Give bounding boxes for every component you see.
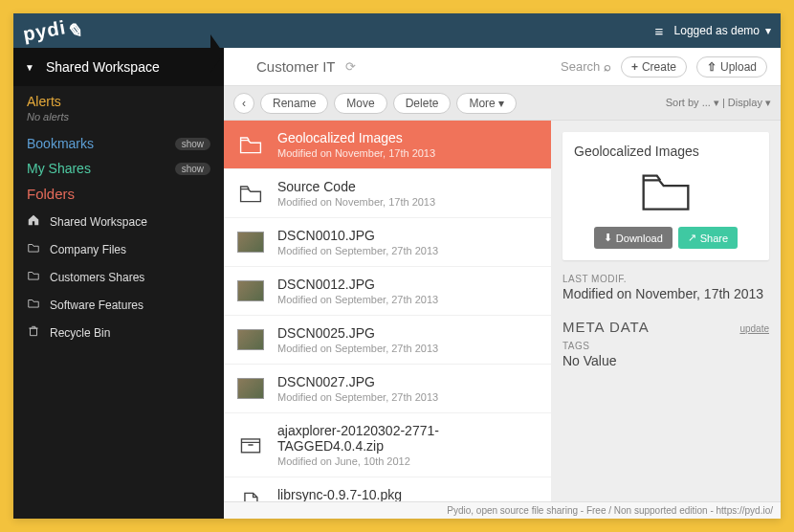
chevron-down-icon: ▾ (765, 24, 771, 37)
refresh-icon[interactable]: ⟳ (345, 59, 356, 74)
no-alerts: No alerts (13, 111, 224, 128)
alerts-label: Alerts (27, 94, 61, 109)
menu-icon (655, 23, 669, 39)
detail-card: Geolocalized Images ⬇Download ↗Share (562, 132, 769, 260)
file-list: Geolocalized ImagesModified on November,… (224, 121, 551, 501)
folder-icon (237, 180, 264, 207)
footer: Pydio, open source file sharing - Free /… (224, 501, 781, 519)
file-row[interactable]: Source CodeModified on November, 17th 20… (224, 169, 551, 218)
archive-icon (237, 432, 264, 458)
file-row[interactable]: Geolocalized ImagesModified on November,… (224, 121, 551, 169)
file-name: ajaxplorer-20120302-2771-TAGGED4.0.4.zip (277, 423, 538, 454)
workspace-switcher[interactable]: ▼ Shared Workspace (13, 48, 224, 86)
search-input[interactable]: Search ⌕ (561, 59, 611, 74)
image-thumbnail (237, 232, 264, 253)
image-thumbnail (237, 329, 264, 350)
show-button[interactable]: show (175, 163, 210, 175)
file-row[interactable]: DSCN0027.JPGModified on September, 27th … (224, 365, 551, 413)
file-name: DSCN0012.JPG (277, 277, 538, 292)
lastmodif-value: Modified on November, 17th 2013 (562, 286, 769, 301)
file-modified: Modified on September, 27th 2013 (277, 391, 538, 403)
file-name: Source Code (277, 179, 538, 194)
file-modified: Modified on September, 27th 2013 (277, 343, 538, 354)
sidebar-item-label: Company Files (50, 243, 126, 256)
display-toggle[interactable]: Display (728, 97, 762, 108)
file-row[interactable]: DSCN0012.JPGModified on September, 27th … (224, 267, 551, 316)
logo: pydi✎ (23, 19, 83, 42)
plus-icon: + (631, 60, 638, 74)
more-button[interactable]: More ▾ (456, 93, 517, 114)
file-name: DSCN0010.JPG (277, 228, 538, 243)
move-button[interactable]: Move (334, 93, 386, 114)
sidebar-item-shared-workspace[interactable]: Shared Workspace (13, 208, 224, 235)
details-panel: Geolocalized Images ⬇Download ↗Share LAS… (551, 121, 781, 501)
file-modified: Modified on November, 17th 2013 (277, 147, 538, 159)
myshares-label: My Shares (27, 161, 91, 176)
tags-label: TAGS (562, 341, 769, 351)
image-thumbnail (237, 280, 264, 301)
file-name: DSCN0025.JPG (277, 325, 538, 341)
folder-icon (237, 131, 264, 158)
rename-button[interactable]: Rename (260, 93, 328, 114)
sidebar-item-software-features[interactable]: Software Features (13, 291, 224, 319)
trash-icon (27, 324, 40, 341)
sidebar: ▼ Shared Workspace Alerts No alerts Book… (13, 48, 224, 519)
tags-value: No Value (562, 353, 769, 368)
sidebar-myshares[interactable]: My Shares show (13, 153, 224, 178)
sidebar-item-label: Software Features (50, 299, 143, 312)
sidebar-item-company-files[interactable]: Company Files (13, 235, 224, 263)
svg-rect-0 (241, 439, 259, 453)
sidebar-alerts[interactable]: Alerts (13, 86, 224, 111)
download-icon: ⬇ (604, 232, 612, 244)
back-button[interactable]: ‹ (233, 93, 254, 114)
search-icon: ⌕ (604, 59, 611, 74)
sidebar-item-label: Recycle Bin (50, 326, 110, 340)
file-row[interactable]: DSCN0010.JPGModified on September, 27th … (224, 218, 551, 267)
breadcrumb[interactable]: Customer IT (256, 58, 336, 75)
share-button[interactable]: ↗Share (678, 227, 738, 249)
upload-icon: ⇧ (707, 60, 717, 74)
sort-by[interactable]: Sort by ... ▾ | Display ▾ (666, 97, 771, 109)
upload-button[interactable]: ⇧Upload (696, 56, 767, 78)
bookmarks-label: Bookmarks (27, 136, 94, 151)
folder-icon (27, 269, 40, 285)
toolbar-actions: ‹ Rename Move Delete More ▾ Sort by ... … (224, 86, 781, 121)
folder-icon (639, 168, 693, 217)
file-name: Geolocalized Images (277, 130, 538, 145)
folder-icon (27, 297, 40, 313)
update-link[interactable]: update (739, 323, 769, 334)
chevron-down-icon: ▼ (25, 62, 34, 73)
sidebar-bookmarks[interactable]: Bookmarks show (13, 128, 224, 153)
folder-icon (27, 241, 40, 257)
download-button[interactable]: ⬇Download (594, 227, 673, 249)
breadcrumb-arrow (210, 48, 224, 73)
user-menu[interactable]: Logged as demo ▾ (655, 23, 771, 39)
lastmodif-label: LAST MODIF. (562, 274, 769, 284)
sidebar-item-recycle-bin[interactable]: Recycle Bin (13, 319, 224, 346)
sidebar-item-label: Customers Shares (50, 271, 144, 284)
file-name: librsync-0.9.7-10.pkg (277, 487, 538, 501)
image-thumbnail (237, 378, 264, 399)
detail-title: Geolocalized Images (574, 144, 699, 159)
sidebar-item-label: Shared Workspace (50, 215, 147, 229)
file-row[interactable]: DSCN0025.JPGModified on September, 27th … (224, 316, 551, 365)
file-row[interactable]: ajaxplorer-20120302-2771-TAGGED4.0.4.zip… (224, 413, 551, 477)
file-modified: Modified on September, 27th 2013 (277, 245, 538, 256)
file-icon (237, 488, 264, 501)
sidebar-item-customers-shares[interactable]: Customers Shares (13, 263, 224, 291)
file-row[interactable]: librsync-0.9.7-10.pkgModified on June, 1… (224, 477, 551, 501)
file-modified: Modified on June, 10th 2012 (277, 455, 538, 467)
share-icon: ↗ (688, 232, 696, 244)
delete-button[interactable]: Delete (393, 93, 452, 114)
folders-label: Folders (27, 186, 75, 202)
toolbar-main: Customer IT ⟳ Search ⌕ +Create ⇧Upload (224, 48, 781, 86)
file-modified: Modified on September, 27th 2013 (277, 294, 538, 305)
workspace-name: Shared Workspace (46, 59, 160, 75)
sidebar-folders-header: Folders (13, 178, 224, 204)
file-name: DSCN0027.JPG (277, 374, 538, 389)
logged-label: Logged as demo (674, 24, 760, 37)
topbar: pydi✎ Logged as demo ▾ (13, 13, 781, 48)
metadata-header: META DATA (562, 319, 650, 335)
show-button[interactable]: show (175, 138, 210, 150)
create-button[interactable]: +Create (621, 56, 687, 78)
